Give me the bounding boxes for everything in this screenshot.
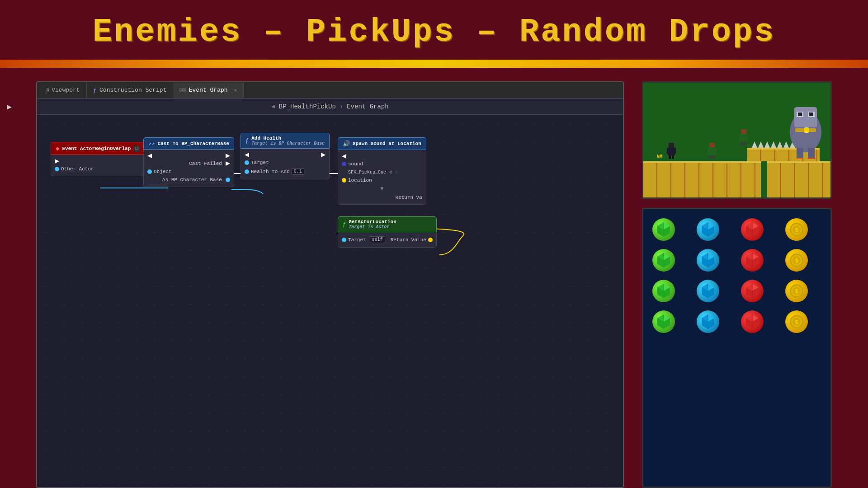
pickup-item-cyan-5 (697, 249, 719, 272)
svg-rect-2 (667, 148, 669, 154)
svg-text:$: $ (795, 289, 798, 295)
tab-construction-script[interactable]: ƒ Construction Script (87, 82, 174, 98)
svg-rect-13 (740, 134, 747, 142)
platform-left (643, 161, 761, 197)
getlocation-node-icon: ƒ (343, 221, 346, 228)
getlocation-target-label: Target (348, 237, 366, 243)
spawnsound-soundval: SFX_Pickup_Cue (348, 170, 386, 175)
node-event-beginoverlap[interactable]: ◆ Event ActorBeginOverlap □ Other Actor (51, 142, 145, 176)
addhealth-node-subtitle: Target is BP Character Base (251, 141, 325, 146)
event-otheractor-row: Other Actor (51, 165, 144, 173)
getlocation-target-pin[interactable] (342, 238, 346, 242)
cast-failed-pin[interactable] (226, 161, 230, 166)
spawnsound-exec-in-pin[interactable] (342, 154, 346, 159)
cast-node-icon: ↗↗ (148, 140, 155, 147)
getlocation-return-pin[interactable] (428, 238, 433, 242)
cast-ascharacter-pin[interactable] (226, 178, 230, 182)
breadcrumb-graph[interactable]: Event Graph (347, 103, 388, 110)
pickups-panel: $ $ (642, 208, 832, 488)
svg-rect-6 (709, 143, 715, 147)
pickup-item-green-8 (652, 280, 675, 302)
addhealth-node-icon: ƒ (245, 138, 249, 144)
pickup-item-cyan-1 (697, 218, 719, 241)
cast-failed-label: Cast Failed (189, 161, 222, 166)
svg-text:$: $ (795, 319, 798, 326)
spawnsound-soundval-row: SFX_Pickup_Cue ⚙ ☆ (338, 168, 426, 176)
svg-text:$: $ (795, 258, 798, 264)
character-green-1 (707, 143, 717, 161)
addhealth-exec-out-pin[interactable] (321, 153, 326, 157)
spawnsound-sound-row: sound (338, 160, 426, 168)
game-scene: NM (643, 83, 830, 197)
event-otheractor-pin[interactable] (55, 167, 59, 171)
spike (752, 141, 757, 148)
header: Enemies – PickUps – Random Drops (0, 0, 868, 60)
spawnsound-return-label: Return Va (395, 195, 422, 200)
addhealth-target-pin[interactable] (245, 160, 249, 165)
cast-exec-in-pin[interactable] (147, 154, 152, 158)
tab-viewport-label: Viewport (52, 87, 80, 94)
blueprint-tabs: ⊞ Viewport ƒ Construction Script ⊞⊞ Even… (37, 82, 623, 99)
spawnsound-sound-pin[interactable] (342, 162, 346, 166)
svg-text:$: $ (795, 227, 798, 234)
node-cast-characterbase[interactable]: ↗↗ Cast To BP_CharacterBase Cast Failed … (143, 137, 234, 187)
pickup-item-green-0 (652, 218, 675, 241)
addhealth-value-box[interactable]: 0.1 (292, 168, 304, 175)
event-graph-icon: ⊞⊞ (179, 87, 186, 94)
svg-rect-19 (794, 107, 817, 127)
getlocation-target-row: Target self Return Value (338, 235, 436, 244)
spawnsound-expand-icon[interactable]: ▼ (380, 186, 383, 192)
main-content: ⊞ Viewport ƒ Construction Script ⊞⊞ Even… (0, 81, 868, 488)
event-node-title: Event ActorBeginOverlap (62, 146, 131, 151)
svg-rect-17 (744, 142, 746, 145)
character-dark (666, 143, 677, 161)
spawnsound-location-label: location (348, 178, 372, 183)
svg-rect-10 (709, 155, 712, 159)
platform-right (767, 161, 830, 197)
pickup-item-green-4 (652, 249, 675, 272)
tab-event-graph-label: Event Graph (189, 87, 228, 94)
cast-object-pin[interactable] (147, 169, 152, 174)
spawnsound-sound-label: sound (348, 161, 363, 167)
svg-rect-16 (741, 142, 743, 145)
right-panels: NM (642, 81, 832, 488)
tab-event-graph[interactable]: ⊞⊞ Event Graph ✕ (173, 82, 244, 98)
node-get-actor-location[interactable]: ƒ GetActorLocation Target is Actor Targe… (338, 216, 437, 248)
cast-object-row: Object (144, 168, 234, 176)
event-node-close[interactable]: □ (133, 145, 140, 152)
event-exec-pin[interactable] (55, 159, 59, 164)
viewport-icon: ⊞ (46, 87, 49, 94)
svg-rect-4 (669, 155, 671, 159)
addhealth-target-row: Target (241, 159, 329, 167)
spike (764, 141, 770, 148)
pickup-item-cyan-13 (697, 310, 719, 333)
spawnsound-location-pin[interactable] (342, 178, 346, 183)
spike (758, 141, 764, 148)
breadcrumb-blueprint[interactable]: BP_HealthPickUp (279, 103, 336, 110)
svg-rect-0 (669, 143, 674, 147)
boss-sprite (785, 105, 826, 161)
page-title: Enemies – PickUps – Random Drops (0, 14, 868, 51)
node-add-health[interactable]: ƒ Add Health Target is BP Character Base… (241, 133, 330, 179)
spawnsound-location-row: location (338, 176, 426, 184)
tab-close-icon[interactable]: ✕ (234, 87, 237, 93)
svg-rect-3 (674, 148, 676, 154)
svg-rect-11 (712, 155, 715, 159)
cast-exec-out-pin[interactable] (226, 154, 230, 158)
addhealth-exec-in-pin[interactable] (245, 153, 249, 157)
event-node-icon: ◆ (56, 145, 59, 152)
node-spawn-sound[interactable]: 🔊 Spawn Sound at Location sound SFX_Pick… (338, 137, 426, 205)
svg-rect-25 (804, 127, 809, 133)
getlocation-target-value[interactable]: self (370, 236, 385, 243)
svg-rect-5 (672, 155, 674, 159)
addhealth-value-pin[interactable] (245, 169, 249, 174)
addhealth-node-title: Add Health (251, 136, 325, 141)
game-preview-panel: NM (642, 81, 832, 199)
pickup-item-gold-3: $ (785, 218, 808, 241)
svg-rect-14 (739, 135, 741, 140)
cast-exec-row (144, 152, 234, 160)
svg-rect-23 (809, 113, 813, 116)
tab-viewport[interactable]: ⊞ Viewport (39, 82, 87, 98)
blueprint-graph[interactable]: ◆ Event ActorBeginOverlap □ Other Actor (37, 115, 623, 487)
spawnsound-soundval-icons: ⚙ ☆ (390, 169, 398, 175)
